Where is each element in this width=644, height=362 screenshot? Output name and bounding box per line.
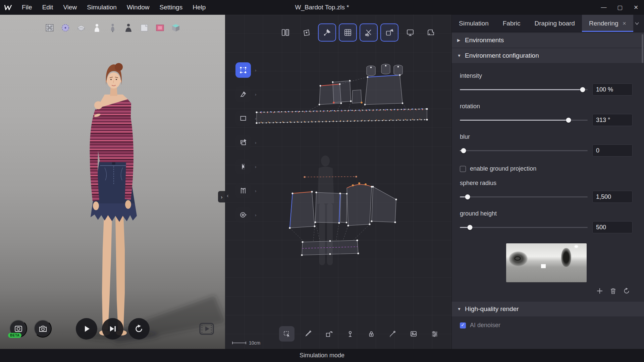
arrange-tool[interactable] xyxy=(380,23,398,42)
title-bar: File Edit View Simulation Window Setting… xyxy=(0,0,644,15)
ai-denoiser-label: AI denoiser xyxy=(470,322,500,329)
transform-flyout-chevron-icon[interactable]: › xyxy=(255,68,256,73)
menu-window[interactable]: Window xyxy=(122,0,155,15)
environment-configuration-body: intensity 100 % rotation 313 ° blur 0 xyxy=(452,63,644,301)
fold-arrange-tool[interactable] xyxy=(321,326,337,342)
cut-sew-tool[interactable] xyxy=(360,23,378,42)
environment-preview-thumbnail[interactable] xyxy=(506,243,587,282)
menu-edit[interactable]: Edit xyxy=(37,0,58,15)
ground-projection-checkbox[interactable] xyxy=(460,166,466,172)
playback-controls xyxy=(76,318,150,340)
intensity-value-field[interactable]: 100 % xyxy=(592,83,633,96)
beta-badge: BETA xyxy=(8,333,21,338)
environment-actions xyxy=(460,288,633,294)
sphere-radius-label: sphere radius xyxy=(460,180,633,187)
zipper-flyout-chevron-icon[interactable]: › xyxy=(255,164,256,169)
pleat-tool[interactable] xyxy=(235,183,251,198)
rotation-label: rotation xyxy=(460,103,633,110)
pattern-canvas[interactable] xyxy=(225,15,452,349)
menu-file[interactable]: File xyxy=(17,0,37,15)
document-title: W_Bardot Top.zls * xyxy=(295,4,349,11)
scale-indicator: 10cm xyxy=(232,340,260,346)
chevron-right-icon: ▶ xyxy=(457,38,461,43)
ai-denoiser-row: AI denoiser xyxy=(452,316,644,334)
pin-tool[interactable] xyxy=(318,23,336,42)
tape-measure-tool[interactable] xyxy=(235,207,251,223)
play-button[interactable] xyxy=(76,318,97,340)
delete-environment-button[interactable] xyxy=(610,288,616,294)
reset-button[interactable] xyxy=(128,318,150,340)
tab-simulation[interactable]: Simulation xyxy=(452,15,496,32)
display-board-tool[interactable] xyxy=(401,23,419,42)
ai-denoiser-checkbox[interactable] xyxy=(460,322,466,328)
garment-piece-tool[interactable] xyxy=(297,23,315,42)
3d-viewport[interactable]: BETA xyxy=(0,15,225,349)
blur-label: blur xyxy=(460,133,633,140)
refresh-environment-button[interactable] xyxy=(623,288,630,294)
stitch-brush-tool[interactable] xyxy=(300,326,316,342)
pattern-layout-tool[interactable] xyxy=(276,23,294,42)
collapse-3d-panel-handle[interactable]: › xyxy=(218,191,225,202)
zipper-tool[interactable] xyxy=(235,159,251,174)
maximize-button[interactable]: ▢ xyxy=(612,0,628,15)
pen-flyout-chevron-icon[interactable]: › xyxy=(255,92,256,97)
render-capture-button[interactable]: BETA xyxy=(9,320,27,338)
pattern-bottom-toolbar xyxy=(279,326,442,342)
panel-scrollbar[interactable] xyxy=(642,34,643,63)
high-quality-render-section-header[interactable]: ▼ High-quality render xyxy=(452,302,644,316)
tab-fabric[interactable]: Fabric xyxy=(496,15,528,32)
preset-sliders-tool[interactable] xyxy=(427,326,442,342)
environment-configuration-section-header[interactable]: ▼ Environment configuration xyxy=(452,48,644,63)
rotation-value-field[interactable]: 313 ° xyxy=(592,114,633,126)
app-logo-icon xyxy=(0,0,17,15)
pen-tool[interactable] xyxy=(235,86,251,102)
intensity-slider[interactable] xyxy=(460,87,588,93)
blur-value-field[interactable]: 0 xyxy=(592,144,633,157)
capture-buttons: BETA xyxy=(9,320,52,338)
tab-overflow-chevron-icon[interactable] xyxy=(635,15,644,32)
close-button[interactable]: ✕ xyxy=(628,0,644,15)
sphere-radius-slider[interactable] xyxy=(460,194,588,200)
scale-ruler-icon xyxy=(232,341,246,345)
tab-draping-board[interactable]: Draping board xyxy=(528,15,582,32)
menu-settings[interactable]: Settings xyxy=(155,0,188,15)
step-forward-button[interactable] xyxy=(102,318,123,340)
rectangle-flyout-chevron-icon[interactable]: › xyxy=(255,116,256,121)
ground-projection-label: enable ground projection xyxy=(470,165,536,172)
video-export-button[interactable] xyxy=(199,322,214,336)
preview-highlight-dot xyxy=(575,245,578,248)
menu-help[interactable]: Help xyxy=(187,0,211,15)
pleat-flyout-chevron-icon[interactable]: › xyxy=(255,188,256,193)
tab-rendering[interactable]: Rendering ✕ xyxy=(582,15,633,32)
texture-image-tool[interactable] xyxy=(406,326,421,342)
pattern-top-toolbar xyxy=(276,23,440,42)
tape-measure-flyout-chevron-icon[interactable]: › xyxy=(255,213,256,218)
ground-height-value-field[interactable]: 500 xyxy=(592,221,633,233)
rectangle-tool[interactable] xyxy=(235,111,251,126)
snapshot-button[interactable] xyxy=(34,320,52,338)
sewing-machine-tool[interactable] xyxy=(422,23,440,42)
blur-slider[interactable] xyxy=(460,148,588,154)
menu-simulation[interactable]: Simulation xyxy=(82,0,122,15)
sphere-radius-value-field[interactable]: 1,500 xyxy=(592,191,633,203)
minimize-button[interactable]: — xyxy=(596,0,612,15)
rotation-slider[interactable] xyxy=(460,117,588,123)
marquee-select-tool[interactable] xyxy=(279,326,294,342)
arrange-fold-flyout-chevron-icon[interactable]: › xyxy=(255,140,256,145)
lock-tool[interactable] xyxy=(364,326,379,342)
tab-close-icon[interactable]: ✕ xyxy=(623,21,627,26)
window-controls: — ▢ ✕ xyxy=(596,0,644,15)
pin-tack-tool[interactable] xyxy=(342,326,358,342)
style3d-app-window: File Edit View Simulation Window Setting… xyxy=(0,0,644,362)
transform-tool[interactable] xyxy=(235,62,251,78)
arrange-fold-tool[interactable] xyxy=(235,135,251,150)
properties-panel: Simulation Fabric Draping board Renderin… xyxy=(452,15,644,349)
add-environment-button[interactable] xyxy=(596,288,603,294)
2d-pattern-viewport[interactable]: › › › › xyxy=(225,15,452,349)
environments-section-header[interactable]: ▶ Environments xyxy=(452,33,644,48)
collapse-2d-panel-handle[interactable]: ‹ xyxy=(227,192,229,199)
ground-height-slider[interactable] xyxy=(460,225,588,230)
needle-thread-tool[interactable] xyxy=(385,326,400,342)
menu-view[interactable]: View xyxy=(58,0,82,15)
grid-board-tool[interactable] xyxy=(339,23,357,42)
